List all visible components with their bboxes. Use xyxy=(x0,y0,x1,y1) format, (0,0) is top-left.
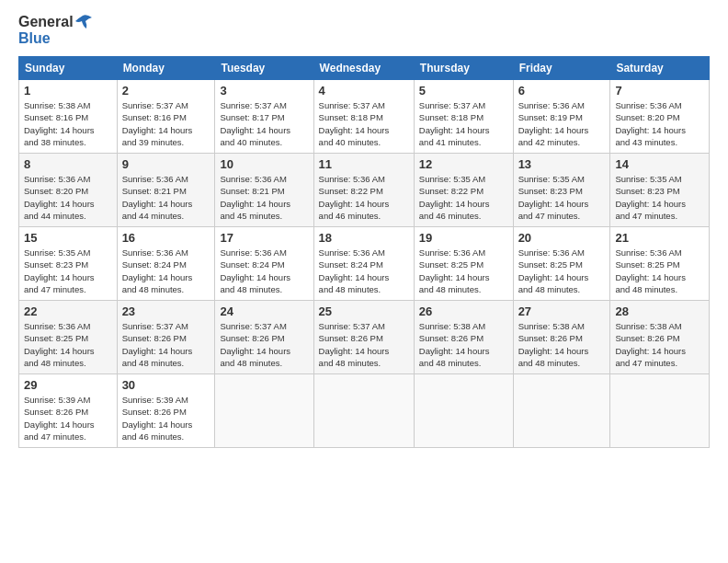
weekday-header-saturday: Saturday xyxy=(610,57,710,80)
calendar-day-cell: 5Sunrise: 5:37 AM Sunset: 8:18 PM Daylig… xyxy=(414,80,513,154)
day-info: Sunrise: 5:35 AM Sunset: 8:23 PM Dayligh… xyxy=(615,173,704,222)
calendar-day-cell: 30Sunrise: 5:39 AM Sunset: 8:26 PM Dayli… xyxy=(117,374,215,448)
day-number: 15 xyxy=(24,231,112,245)
logo-blue-text: Blue xyxy=(18,30,94,47)
day-number: 20 xyxy=(518,231,606,245)
day-number: 21 xyxy=(615,231,704,245)
calendar-day-cell: 17Sunrise: 5:36 AM Sunset: 8:24 PM Dayli… xyxy=(215,227,313,301)
calendar-day-cell: 14Sunrise: 5:35 AM Sunset: 8:23 PM Dayli… xyxy=(610,154,710,227)
calendar-day-cell: 19Sunrise: 5:36 AM Sunset: 8:25 PM Dayli… xyxy=(414,227,513,301)
calendar-day-cell: 23Sunrise: 5:37 AM Sunset: 8:26 PM Dayli… xyxy=(117,301,215,374)
day-number: 13 xyxy=(518,157,606,171)
day-info: Sunrise: 5:38 AM Sunset: 8:26 PM Dayligh… xyxy=(615,320,704,369)
calendar-day-cell: 18Sunrise: 5:36 AM Sunset: 8:24 PM Dayli… xyxy=(313,227,414,301)
calendar-day-cell: 22Sunrise: 5:36 AM Sunset: 8:25 PM Dayli… xyxy=(19,301,118,374)
calendar-day-cell: 4Sunrise: 5:37 AM Sunset: 8:18 PM Daylig… xyxy=(313,80,414,154)
day-info: Sunrise: 5:38 AM Sunset: 8:26 PM Dayligh… xyxy=(518,320,606,369)
calendar-week-row: 22Sunrise: 5:36 AM Sunset: 8:25 PM Dayli… xyxy=(19,301,710,374)
day-number: 12 xyxy=(419,157,508,171)
calendar-day-cell: 11Sunrise: 5:36 AM Sunset: 8:22 PM Dayli… xyxy=(313,154,414,227)
calendar-header-row: SundayMondayTuesdayWednesdayThursdayFrid… xyxy=(19,57,710,80)
day-number: 3 xyxy=(220,84,308,98)
calendar-day-cell: 7Sunrise: 5:36 AM Sunset: 8:20 PM Daylig… xyxy=(610,80,710,154)
day-info: Sunrise: 5:36 AM Sunset: 8:21 PM Dayligh… xyxy=(220,173,308,222)
weekday-header-friday: Friday xyxy=(513,57,610,80)
logo-general-text: General xyxy=(18,14,74,30)
calendar-day-cell: 10Sunrise: 5:36 AM Sunset: 8:21 PM Dayli… xyxy=(215,154,313,227)
day-number: 23 xyxy=(122,304,210,318)
day-info: Sunrise: 5:36 AM Sunset: 8:24 PM Dayligh… xyxy=(319,247,409,295)
calendar-week-row: 1Sunrise: 5:38 AM Sunset: 8:16 PM Daylig… xyxy=(19,80,710,154)
day-info: Sunrise: 5:39 AM Sunset: 8:26 PM Dayligh… xyxy=(24,394,112,442)
day-info: Sunrise: 5:36 AM Sunset: 8:22 PM Dayligh… xyxy=(319,173,409,222)
day-number: 1 xyxy=(24,84,112,98)
day-number: 22 xyxy=(24,304,112,318)
day-number: 10 xyxy=(220,157,308,171)
day-info: Sunrise: 5:36 AM Sunset: 8:25 PM Dayligh… xyxy=(615,247,704,295)
day-number: 26 xyxy=(419,304,508,318)
day-info: Sunrise: 5:38 AM Sunset: 8:16 PM Dayligh… xyxy=(24,99,112,148)
calendar-day-cell: 20Sunrise: 5:36 AM Sunset: 8:25 PM Dayli… xyxy=(513,227,610,301)
day-number: 5 xyxy=(419,84,508,98)
calendar-day-cell: 8Sunrise: 5:36 AM Sunset: 8:20 PM Daylig… xyxy=(19,154,118,227)
day-number: 7 xyxy=(615,84,704,98)
day-info: Sunrise: 5:35 AM Sunset: 8:23 PM Dayligh… xyxy=(518,173,606,222)
calendar-day-cell xyxy=(610,374,710,448)
day-number: 14 xyxy=(615,157,704,171)
day-number: 27 xyxy=(518,304,606,318)
calendar-day-cell: 21Sunrise: 5:36 AM Sunset: 8:25 PM Dayli… xyxy=(610,227,710,301)
day-info: Sunrise: 5:37 AM Sunset: 8:26 PM Dayligh… xyxy=(319,320,409,369)
calendar-day-cell: 3Sunrise: 5:37 AM Sunset: 8:17 PM Daylig… xyxy=(215,80,313,154)
calendar-day-cell: 25Sunrise: 5:37 AM Sunset: 8:26 PM Dayli… xyxy=(313,301,414,374)
calendar-week-row: 29Sunrise: 5:39 AM Sunset: 8:26 PM Dayli… xyxy=(19,374,710,448)
logo: General Blue xyxy=(18,14,94,47)
weekday-header-tuesday: Tuesday xyxy=(215,57,313,80)
header: General Blue xyxy=(18,14,710,47)
calendar-day-cell: 9Sunrise: 5:36 AM Sunset: 8:21 PM Daylig… xyxy=(117,154,215,227)
calendar-day-cell: 13Sunrise: 5:35 AM Sunset: 8:23 PM Dayli… xyxy=(513,154,610,227)
day-number: 9 xyxy=(122,157,210,171)
day-info: Sunrise: 5:36 AM Sunset: 8:25 PM Dayligh… xyxy=(518,247,606,295)
day-number: 8 xyxy=(24,157,112,171)
calendar-day-cell: 27Sunrise: 5:38 AM Sunset: 8:26 PM Dayli… xyxy=(513,301,610,374)
day-info: Sunrise: 5:36 AM Sunset: 8:20 PM Dayligh… xyxy=(24,173,112,222)
day-info: Sunrise: 5:37 AM Sunset: 8:26 PM Dayligh… xyxy=(220,320,308,369)
weekday-header-wednesday: Wednesday xyxy=(313,57,414,80)
day-info: Sunrise: 5:37 AM Sunset: 8:18 PM Dayligh… xyxy=(419,99,508,148)
weekday-header-sunday: Sunday xyxy=(19,57,118,80)
page: General Blue SundayMondayTuesdayWednesda… xyxy=(0,0,728,563)
day-number: 25 xyxy=(319,304,409,318)
day-number: 28 xyxy=(615,304,704,318)
calendar-week-row: 15Sunrise: 5:35 AM Sunset: 8:23 PM Dayli… xyxy=(19,227,710,301)
weekday-header-monday: Monday xyxy=(117,57,215,80)
day-number: 17 xyxy=(220,231,308,245)
calendar-day-cell xyxy=(313,374,414,448)
day-info: Sunrise: 5:37 AM Sunset: 8:16 PM Dayligh… xyxy=(122,99,210,148)
day-info: Sunrise: 5:36 AM Sunset: 8:20 PM Dayligh… xyxy=(615,99,704,148)
calendar-week-row: 8Sunrise: 5:36 AM Sunset: 8:20 PM Daylig… xyxy=(19,154,710,227)
day-number: 6 xyxy=(518,84,606,98)
day-info: Sunrise: 5:36 AM Sunset: 8:24 PM Dayligh… xyxy=(122,247,210,295)
day-info: Sunrise: 5:36 AM Sunset: 8:25 PM Dayligh… xyxy=(419,247,508,295)
calendar-day-cell xyxy=(215,374,313,448)
logo-bird-icon xyxy=(74,14,94,30)
day-info: Sunrise: 5:37 AM Sunset: 8:18 PM Dayligh… xyxy=(319,99,409,148)
calendar-day-cell: 6Sunrise: 5:36 AM Sunset: 8:19 PM Daylig… xyxy=(513,80,610,154)
calendar-day-cell: 29Sunrise: 5:39 AM Sunset: 8:26 PM Dayli… xyxy=(19,374,118,448)
day-number: 2 xyxy=(122,84,210,98)
calendar-day-cell: 28Sunrise: 5:38 AM Sunset: 8:26 PM Dayli… xyxy=(610,301,710,374)
calendar-day-cell xyxy=(414,374,513,448)
day-number: 18 xyxy=(319,231,409,245)
weekday-header-thursday: Thursday xyxy=(414,57,513,80)
day-info: Sunrise: 5:38 AM Sunset: 8:26 PM Dayligh… xyxy=(419,320,508,369)
calendar-day-cell: 12Sunrise: 5:35 AM Sunset: 8:22 PM Dayli… xyxy=(414,154,513,227)
day-number: 4 xyxy=(319,84,409,98)
day-info: Sunrise: 5:36 AM Sunset: 8:25 PM Dayligh… xyxy=(24,320,112,369)
day-info: Sunrise: 5:39 AM Sunset: 8:26 PM Dayligh… xyxy=(122,394,210,442)
day-number: 16 xyxy=(122,231,210,245)
calendar-day-cell: 16Sunrise: 5:36 AM Sunset: 8:24 PM Dayli… xyxy=(117,227,215,301)
day-info: Sunrise: 5:37 AM Sunset: 8:26 PM Dayligh… xyxy=(122,320,210,369)
day-info: Sunrise: 5:37 AM Sunset: 8:17 PM Dayligh… xyxy=(220,99,308,148)
calendar-day-cell: 1Sunrise: 5:38 AM Sunset: 8:16 PM Daylig… xyxy=(19,80,118,154)
day-number: 19 xyxy=(419,231,508,245)
